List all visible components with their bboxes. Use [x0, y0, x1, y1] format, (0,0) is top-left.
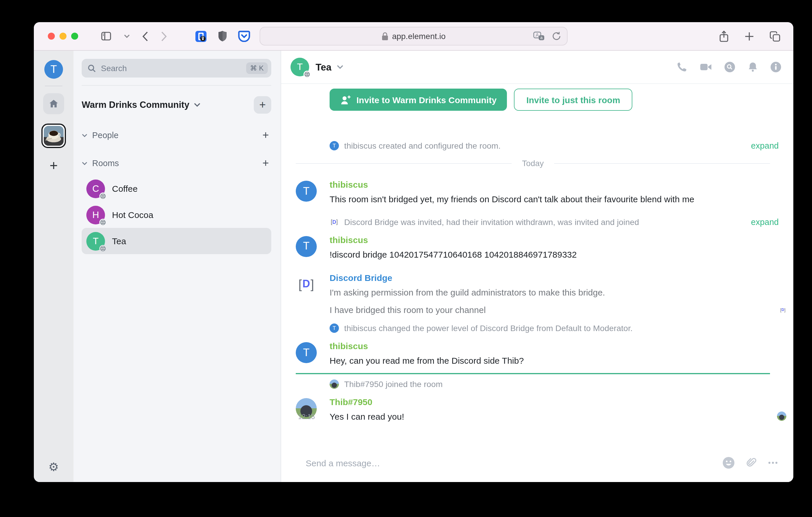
avatar[interactable]: T — [296, 181, 317, 202]
video-call-icon[interactable] — [699, 61, 712, 73]
emoji-icon[interactable] — [722, 456, 735, 469]
notifications-bell-icon[interactable] — [747, 61, 758, 73]
user-avatar[interactable]: T — [44, 60, 63, 79]
message-body: This room isn't bridged yet, my friends … — [329, 193, 770, 206]
sidebar-chevron-icon[interactable] — [124, 34, 130, 38]
read-receipt-avatar[interactable] — [777, 412, 786, 421]
chevron-down-icon[interactable] — [337, 65, 344, 69]
attachment-icon[interactable] — [746, 457, 757, 469]
unread-marker — [296, 373, 770, 374]
zoom-window-button[interactable] — [71, 33, 78, 40]
message-timestamp: 12:15 — [298, 412, 315, 422]
invite-user-icon — [340, 95, 351, 104]
public-room-badge-icon — [99, 192, 107, 200]
add-room-button[interactable]: + — [262, 157, 269, 170]
svg-text:a: a — [540, 35, 543, 40]
room-avatar: C — [86, 179, 105, 198]
sender-name[interactable]: Discord Bridge — [329, 273, 770, 282]
message: Thib#7950 12:15 Yes I can read you! — [296, 397, 770, 423]
create-space-button[interactable]: + — [50, 158, 58, 173]
avatar: T — [329, 324, 339, 333]
public-room-badge-icon — [99, 244, 107, 252]
room-header: T Tea — [281, 51, 793, 84]
home-icon — [49, 98, 59, 109]
room-search-icon[interactable] — [724, 61, 735, 73]
message-body: I have bridged this room to your channel… — [329, 304, 770, 317]
tab-overview-icon[interactable] — [770, 31, 781, 42]
minimize-window-button[interactable] — [59, 33, 66, 40]
sender-name[interactable]: Thib#7950 — [329, 397, 770, 407]
room-avatar: T — [86, 232, 105, 250]
section-label: Rooms — [92, 158, 119, 168]
search-icon — [87, 64, 96, 72]
url-text: app.element.io — [392, 31, 446, 41]
invite-to-space-button[interactable]: Invite to Warm Drinks Community — [329, 89, 507, 111]
avatar[interactable]: T — [296, 342, 317, 363]
voice-call-icon[interactable] — [676, 61, 688, 73]
browser-window: app.element.io A a — [34, 22, 793, 482]
share-icon[interactable] — [719, 30, 729, 42]
section-rooms[interactable]: Rooms + — [82, 157, 271, 170]
message: T thibiscus This room isn't bridged yet,… — [296, 180, 770, 206]
rail-divider — [45, 86, 62, 86]
section-people[interactable]: People + — [82, 129, 271, 142]
forward-button[interactable] — [161, 31, 167, 42]
message: [D] Discord Bridge I'm asking permission… — [296, 273, 770, 316]
reload-icon[interactable] — [552, 31, 561, 41]
room-header-avatar[interactable]: T — [290, 58, 309, 77]
message-body: Hey, can you read me from the Discord si… — [329, 354, 770, 367]
space-header[interactable]: Warm Drinks Community + — [82, 96, 271, 114]
sidebar-toggle-icon[interactable] — [100, 30, 112, 42]
room-name: Tea — [112, 236, 126, 246]
room-title[interactable]: Tea — [316, 61, 331, 72]
public-room-badge-icon — [303, 70, 311, 78]
search-input[interactable]: Search ⌘ K — [82, 59, 271, 78]
room-item-tea[interactable]: T Tea — [82, 228, 271, 254]
home-space-button[interactable] — [43, 93, 64, 114]
invite-to-room-button[interactable]: Invite to just this room — [514, 89, 633, 111]
read-receipt-discord[interactable]: [D] — [779, 307, 786, 314]
coffee-space-avatar — [44, 126, 64, 146]
new-tab-icon[interactable] — [744, 31, 754, 41]
composer-input[interactable]: Send a message… — [306, 458, 380, 468]
pocket-extension-icon[interactable] — [238, 30, 250, 42]
address-bar[interactable]: app.element.io A a — [260, 27, 568, 45]
coffee-space-button[interactable] — [41, 124, 66, 148]
more-options-icon[interactable] — [768, 461, 778, 464]
room-item-hot-cocoa[interactable]: H Hot Cocoa — [82, 202, 271, 228]
back-button[interactable] — [142, 31, 149, 42]
settings-gear-icon[interactable]: ⚙ — [49, 460, 59, 474]
close-window-button[interactable] — [48, 33, 55, 40]
sender-name[interactable]: thibiscus — [329, 235, 770, 245]
message-composer: Send a message… — [281, 448, 793, 482]
date-separator: Today — [296, 158, 770, 168]
message-body: 12:15 Yes I can read you! — [329, 410, 770, 423]
sender-name[interactable]: thibiscus — [329, 341, 770, 351]
discord-bridge-avatar[interactable]: [D] — [296, 274, 317, 295]
room-avatar: H — [86, 206, 105, 224]
section-label: People — [92, 130, 118, 140]
translate-icon[interactable]: A a — [533, 31, 545, 41]
avatar: [D] — [329, 217, 339, 227]
avatar[interactable]: T — [296, 236, 317, 257]
avatar — [329, 379, 339, 389]
search-placeholder: Search — [101, 64, 127, 73]
space-name: Warm Drinks Community — [82, 100, 189, 110]
expand-link[interactable]: expand — [751, 141, 779, 150]
message: T thibiscus Hey, can you read me from th… — [296, 341, 770, 367]
shield-extension-icon[interactable] — [218, 30, 228, 42]
room-name: Hot Cocoa — [112, 210, 153, 220]
space-rail: T — [34, 51, 74, 482]
room-name: Coffee — [112, 184, 138, 193]
message-timeline: Invite to Warm Drinks Community Invite t… — [281, 84, 793, 448]
room-item-coffee[interactable]: C Coffee — [82, 176, 271, 202]
room-list-panel: Search ⌘ K Warm Drinks Community + — [74, 51, 281, 482]
browser-toolbar: app.element.io A a — [34, 22, 793, 51]
add-to-space-button[interactable]: + — [254, 96, 271, 114]
room-info-icon[interactable] — [770, 61, 782, 73]
password-manager-extension-icon[interactable] — [195, 30, 207, 42]
add-people-button[interactable]: + — [262, 129, 269, 142]
message-body: !discord bridge 1042017547710640168 1042… — [329, 248, 770, 261]
expand-link[interactable]: expand — [751, 217, 779, 227]
sender-name[interactable]: thibiscus — [329, 180, 770, 189]
